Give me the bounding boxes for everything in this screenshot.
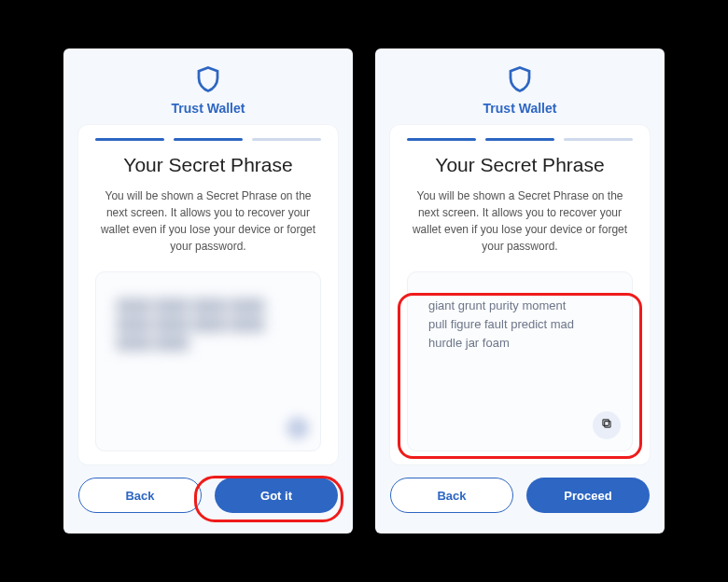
screen-left: Trust Wallet Your Secret Phrase You will… <box>63 48 353 534</box>
copy-button[interactable] <box>593 411 621 439</box>
copy-icon <box>600 417 613 434</box>
action-row: Back Proceed <box>390 478 650 513</box>
secret-phrase-placeholder: ████ ████ ████ ████████ ████ ████ ██████… <box>117 297 300 353</box>
svg-rect-0 <box>605 422 610 427</box>
got-it-button[interactable]: Got it <box>215 478 338 513</box>
action-row: Back Got it <box>78 478 338 513</box>
back-button[interactable]: Back <box>78 478 202 513</box>
shield-icon <box>194 65 222 97</box>
proceed-button[interactable]: Proceed <box>526 478 650 513</box>
progress-indicator <box>407 138 633 141</box>
card: Your Secret Phrase You will be shown a S… <box>78 125 338 464</box>
page-title: Your Secret Phrase <box>407 154 633 176</box>
brand-name: Trust Wallet <box>172 101 245 116</box>
svg-rect-1 <box>603 420 609 425</box>
screen-right: Trust Wallet Your Secret Phrase You will… <box>375 48 665 534</box>
secret-phrase-box: giant grunt purity moment pull figure fa… <box>407 271 633 451</box>
page-title: Your Secret Phrase <box>95 154 321 176</box>
card: Your Secret Phrase You will be shown a S… <box>390 125 650 464</box>
shield-icon <box>506 65 534 97</box>
brand-block: Trust Wallet <box>172 65 245 116</box>
secret-phrase-box-blurred: ████ ████ ████ ████████ ████ ████ ██████… <box>95 271 321 451</box>
brand-name: Trust Wallet <box>483 101 557 116</box>
progress-indicator <box>95 138 321 141</box>
brand-block: Trust Wallet <box>483 65 557 116</box>
page-description: You will be shown a Secret Phrase on the… <box>95 187 321 255</box>
back-button[interactable]: Back <box>390 478 513 513</box>
page-description: You will be shown a Secret Phrase on the… <box>407 187 633 255</box>
secret-phrase-text: giant grunt purity moment pull figure fa… <box>428 297 611 353</box>
blur-corner-dot <box>287 417 309 439</box>
